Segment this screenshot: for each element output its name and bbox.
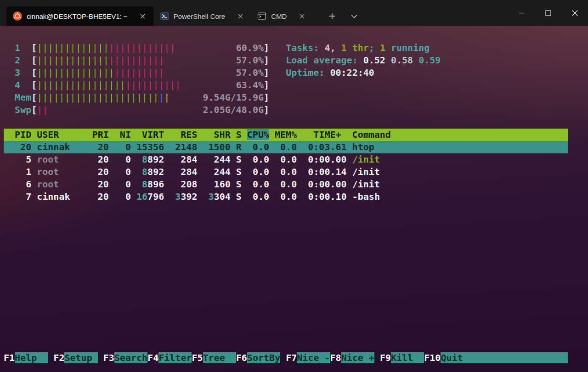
text-segment — [164, 55, 236, 66]
text-segment: ] — [264, 92, 269, 103]
tab-dropdown-chevron-icon[interactable] — [346, 9, 362, 23]
text-segment — [4, 92, 15, 103]
text-segment: 0.0 — [247, 166, 275, 177]
text-segment — [4, 55, 15, 66]
tab-title: CMD — [271, 12, 287, 20]
text-segment: root — [37, 154, 92, 165]
close-button[interactable] — [561, 0, 588, 26]
text-segment — [269, 67, 286, 78]
cpu4-meter: 4 [|||||||||||||||||||||||||| 63.4%] — [4, 79, 568, 91]
text-segment: 3 — [15, 67, 31, 78]
tab-ubuntu-wsl[interactable]: cinnak@DESKTOP-BHE5EV1: ~ — [6, 6, 153, 26]
terminal-screen[interactable]: 1 [||||||||||||||||||||||||| 60.9%] Task… — [0, 26, 588, 372]
f8-nice-plus-button[interactable]: Nice + — [341, 352, 374, 363]
f10-key[interactable]: F10 — [424, 352, 441, 363]
swap-meter: Swp[|| 2.05G/48.0G] — [4, 104, 568, 116]
blank-line — [4, 339, 568, 352]
maximize-button[interactable] — [535, 0, 561, 26]
process-row[interactable]: 6 root 20 0 8896 208 160 S 0.0 0.0 0:00.… — [4, 178, 568, 191]
f4-key[interactable]: F4 — [147, 352, 158, 363]
tab-strip: cinnak@DESKTOP-BHE5EV1: ~ PowerShell Cor… — [6, 6, 312, 26]
text-segment: 796 — [147, 191, 170, 202]
text-segment: 1 thr — [341, 42, 369, 53]
text-segment — [170, 92, 203, 103]
tab-powershell[interactable]: PowerShell Core — [153, 6, 251, 26]
f10-quit-button[interactable]: Quit — [441, 352, 568, 363]
text-segment — [4, 67, 15, 78]
text-segment: 57.0% — [236, 55, 264, 66]
process-row[interactable]: 7 cinnak 20 0 16796 3392 3304 S 0.0 0.0 … — [4, 191, 568, 203]
text-segment: 160 — [203, 179, 236, 190]
tab-close-icon[interactable] — [236, 12, 244, 20]
f5-tree-button[interactable]: Tree — [203, 352, 236, 363]
text-segment: ] — [264, 55, 269, 66]
text-segment: /init — [352, 154, 380, 165]
text-segment: Swp — [15, 104, 31, 115]
tab-close-icon[interactable] — [139, 12, 147, 20]
text-segment — [374, 352, 380, 363]
text-segment: ] — [264, 104, 269, 115]
tab-cmd[interactable]: CMD — [251, 6, 312, 26]
text-segment: Load average: — [286, 55, 363, 66]
f2-setup-button[interactable]: Setup — [64, 352, 97, 363]
f9-kill-button[interactable]: Kill — [391, 352, 424, 363]
text-segment: | — [164, 92, 170, 103]
text-segment: Tasks: — [286, 42, 324, 53]
text-segment: 1 — [380, 42, 385, 53]
text-segment: 0 — [114, 154, 136, 165]
text-segment: 896 — [147, 179, 170, 190]
blank-line — [4, 29, 568, 42]
text-segment: |||||||||| — [125, 79, 181, 90]
text-segment: |||||||||||||| — [37, 67, 114, 78]
f3-key[interactable]: F3 — [103, 352, 114, 363]
new-tab-button[interactable] — [324, 9, 340, 23]
table-header-row[interactable]: PID USER PRI NI VIRT RES SHR S CPU% MEM%… — [4, 129, 568, 141]
text-segment: 892 — [147, 166, 170, 177]
f6-key[interactable]: F6 — [236, 352, 247, 363]
text-segment — [136, 179, 142, 190]
text-segment: 4, — [324, 42, 341, 53]
text-segment: 284 — [170, 166, 203, 177]
text-segment — [48, 352, 53, 363]
text-segment: 244 — [203, 166, 236, 177]
blank-line — [4, 290, 568, 302]
text-segment — [4, 104, 15, 115]
blank-line — [4, 215, 568, 228]
text-segment: 0 — [114, 166, 136, 177]
f4-filter-button[interactable]: Filter — [158, 352, 192, 363]
text-segment: Uptime: — [286, 67, 330, 78]
function-key-bar[interactable]: F1Help F2Setup F3SearchF4FilterF5Tree F6… — [4, 352, 568, 364]
f1-help-button[interactable]: Help — [15, 352, 48, 363]
text-segment: [ — [31, 104, 37, 115]
f7-key[interactable]: F7 — [286, 352, 297, 363]
text-segment: 20 cinnak 20 0 15356 2148 1500 R 0.0 0.0… — [4, 141, 374, 152]
text-segment: 8 — [142, 154, 147, 165]
text-segment: [ — [31, 67, 37, 78]
f5-key[interactable]: F5 — [192, 352, 203, 363]
f9-key[interactable]: F9 — [380, 352, 391, 363]
text-segment: 0.58 — [391, 55, 418, 66]
text-segment: 6 — [4, 179, 37, 190]
text-segment — [4, 42, 15, 53]
process-row-selected[interactable]: 20 cinnak 20 0 15356 2148 1500 R 0.0 0.0… — [4, 141, 568, 153]
process-row[interactable]: 5 root 20 0 8892 284 244 S 0.0 0.0 0:00.… — [4, 153, 568, 166]
text-segment: 0:00.00 — [302, 179, 352, 190]
f2-key[interactable]: F2 — [53, 352, 64, 363]
process-row[interactable]: 1 root 20 0 8892 284 244 S 0.0 0.0 0:00.… — [4, 166, 568, 178]
tab-close-icon[interactable] — [298, 12, 306, 20]
ubuntu-logo-icon — [13, 11, 22, 21]
f1-key[interactable]: F1 — [4, 352, 15, 363]
text-segment: |||||||||||||||||||||| — [37, 92, 158, 103]
text-segment: 0:00.14 — [302, 166, 352, 177]
titlebar: cinnak@DESKTOP-BHE5EV1: ~ PowerShell Cor… — [0, 0, 588, 26]
powershell-icon — [160, 11, 169, 21]
minimize-button[interactable] — [508, 0, 535, 26]
text-segment: ] — [264, 42, 269, 53]
f3-search-button[interactable]: Search — [114, 352, 147, 363]
f7-nice-minus-button[interactable]: Nice - — [297, 352, 330, 363]
f6-sortby-button[interactable]: SortBy — [247, 352, 280, 363]
f8-key[interactable]: F8 — [330, 352, 341, 363]
text-segment: 304 — [214, 191, 236, 202]
text-segment: 0.0 — [247, 191, 275, 202]
text-segment: 0.0 — [275, 154, 302, 165]
